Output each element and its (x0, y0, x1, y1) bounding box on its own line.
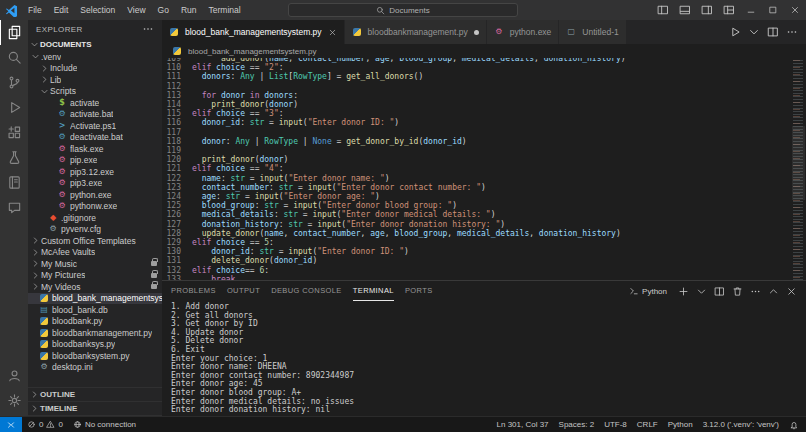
layout-sidebar-right-icon[interactable] (701, 4, 713, 16)
chevron-up-icon[interactable] (768, 286, 779, 297)
close-icon[interactable] (786, 286, 797, 297)
panel-tab-terminal[interactable]: TERMINAL (353, 281, 394, 301)
trash-icon[interactable] (732, 286, 743, 297)
code-editor[interactable]: 109 add_donor(name, contact_number, age,… (162, 58, 806, 280)
activity-accounts[interactable] (0, 363, 28, 388)
window-maximize-button[interactable] (762, 0, 784, 20)
tree-item-my-pictures[interactable]: My Pictures (28, 270, 162, 282)
status-python-interpreter[interactable]: 3.12.0 ('.venv': 'venv') (698, 417, 784, 432)
tree-item-gitignore[interactable]: .gitignore (28, 212, 162, 224)
activity-source-control[interactable] (0, 70, 28, 95)
ellipsis-icon[interactable] (750, 286, 761, 297)
tree-item-mcafee-vaults[interactable]: McAfee Vaults (28, 247, 162, 259)
menu-edit[interactable]: Edit (48, 0, 75, 20)
menu-selection[interactable]: Selection (74, 0, 121, 20)
tree-item-pip3-exe[interactable]: pip3.exe (28, 178, 162, 190)
activity-chat[interactable] (0, 195, 28, 220)
chevron-down-icon (40, 87, 49, 96)
plus-icon[interactable] (678, 286, 689, 297)
encoding-label: UTF-8 (604, 420, 627, 429)
tree-item-my-videos[interactable]: My Videos (28, 281, 162, 293)
tree-item-bloodbanksystem-py[interactable]: bloodbanksystem.py (28, 350, 162, 362)
connection-status[interactable]: No connection (68, 417, 141, 432)
activity-testing[interactable] (0, 145, 28, 170)
tree-item-bloodbanksys-py[interactable]: bloodbanksys.py (28, 339, 162, 351)
menu-go[interactable]: Go (152, 0, 175, 20)
tree-item-blood-bank-managementsystem-py[interactable]: blood_bank_managementsystem.py (28, 293, 162, 305)
activity-extensions[interactable] (0, 120, 28, 145)
activity-notebooks[interactable] (0, 170, 28, 195)
tree-item-activate-bat[interactable]: activate.bat (28, 109, 162, 121)
tree-item-bloodbankmanagement-py[interactable]: bloodbankmanagement.py (28, 327, 162, 339)
tree-item-venv[interactable]: .venv (28, 51, 162, 63)
remote-indicator[interactable] (0, 417, 22, 432)
terminal-output[interactable]: 1. Add donor2. Get all donors3. Get dono… (162, 301, 806, 416)
tree-item-custom-office-templates[interactable]: Custom Office Templates (28, 235, 162, 247)
panel-tab-ports[interactable]: PORTS (405, 281, 433, 301)
panel-tab-output[interactable]: OUTPUT (227, 281, 260, 301)
terminal-shell-python[interactable]: Python (629, 286, 667, 296)
tree-item-pythonw-exe[interactable]: pythonw.exe (28, 201, 162, 213)
tree-item-scripts[interactable]: Scripts (28, 86, 162, 98)
activity-explorer[interactable] (0, 20, 28, 45)
panel-tab-problems[interactable]: PROBLEMS (171, 281, 216, 301)
tree-item-python-exe[interactable]: python.exe (28, 189, 162, 201)
chevron-down-icon[interactable] (748, 26, 760, 38)
menu-terminal[interactable]: Terminal (203, 0, 247, 20)
tree-item-pip-exe[interactable]: pip.exe (28, 155, 162, 167)
minimap[interactable] (792, 60, 805, 280)
panel-tab-debug-console[interactable]: DEBUG CONSOLE (271, 281, 342, 301)
tree-item-desktop-ini[interactable]: desktop.ini (28, 362, 162, 374)
tree-item-label: pythonw.exe (70, 201, 117, 211)
layout-customize-icon[interactable] (723, 4, 735, 16)
status-bar-right: Ln 301, Col 37Spaces: 2UTF-8CRLFPython3.… (492, 417, 806, 432)
activity-run-and-debug[interactable] (0, 95, 28, 120)
status-indentation[interactable]: Spaces: 2 (554, 417, 600, 432)
tree-item-deactivate-bat[interactable]: deactivate.bat (28, 132, 162, 144)
notifications-bell[interactable] (784, 417, 804, 432)
status-cursor-position[interactable]: Ln 301, Col 37 (492, 417, 554, 432)
window-close-button[interactable] (784, 0, 806, 20)
connection-status-label: No connection (85, 420, 136, 429)
ellipsis-icon[interactable] (786, 26, 798, 38)
status-eol[interactable]: CRLF (632, 417, 663, 432)
tree-item-pip3-12-exe[interactable]: pip3.12.exe (28, 166, 162, 178)
activity-search[interactable] (0, 45, 28, 70)
command-center-search[interactable]: Documents (288, 3, 518, 17)
menu-view[interactable]: View (121, 0, 151, 20)
tab-blood-bank-managementsystem-py[interactable]: blood_bank_managementsystem.py (162, 20, 345, 44)
menu-file[interactable]: File (22, 0, 48, 20)
tree-item-my-music[interactable]: My Music (28, 258, 162, 270)
tree-item-include[interactable]: Include (28, 63, 162, 75)
menu-run[interactable]: Run (175, 0, 203, 20)
status-language-mode[interactable]: Python (663, 417, 698, 432)
tree-item-activate-ps1[interactable]: Activate.ps1 (28, 120, 162, 132)
chevron-down-icon[interactable] (696, 286, 707, 297)
tree-item-pyvenv-cfg[interactable]: pyvenv.cfg (28, 224, 162, 236)
tree-item-lib[interactable]: Lib (28, 74, 162, 86)
split-editor-icon[interactable] (767, 26, 779, 38)
problems-status[interactable]: 00 (22, 417, 68, 432)
window-minimize-button[interactable] (740, 0, 762, 20)
section-timeline[interactable]: TIMELINE (28, 402, 162, 416)
split-editor-icon[interactable] (714, 286, 725, 297)
tree-item-flask-exe[interactable]: flask.exe (28, 143, 162, 155)
tree-item-blood-bank-db[interactable]: blood_bank.db (28, 304, 162, 316)
tab-bloodbankmanagement-py[interactable]: bloodbankmanagement.py (345, 20, 487, 44)
activity-settings[interactable] (0, 388, 28, 413)
layout-panel-icon[interactable] (679, 4, 691, 16)
section-documents[interactable]: DOCUMENTS (28, 38, 162, 51)
play-icon[interactable] (729, 26, 741, 38)
section-outline[interactable]: OUTLINE (28, 388, 162, 402)
panel-actions: Python (629, 286, 797, 297)
tree-item-bloodbank-py[interactable]: bloodbank.py (28, 316, 162, 328)
breadcrumb[interactable]: blood_bank_managementsystem.py (162, 44, 806, 58)
layout-sidebar-icon[interactable] (657, 4, 669, 16)
close-icon[interactable] (328, 28, 337, 37)
tree-item-activate[interactable]: activate (28, 97, 162, 109)
tab-untitled-1[interactable]: Untitled-1 (559, 20, 626, 44)
views-more-icon[interactable] (142, 23, 154, 35)
tab-python-exe[interactable]: python.exe (487, 20, 560, 44)
line-number: 118 (162, 137, 192, 146)
status-encoding[interactable]: UTF-8 (599, 417, 632, 432)
